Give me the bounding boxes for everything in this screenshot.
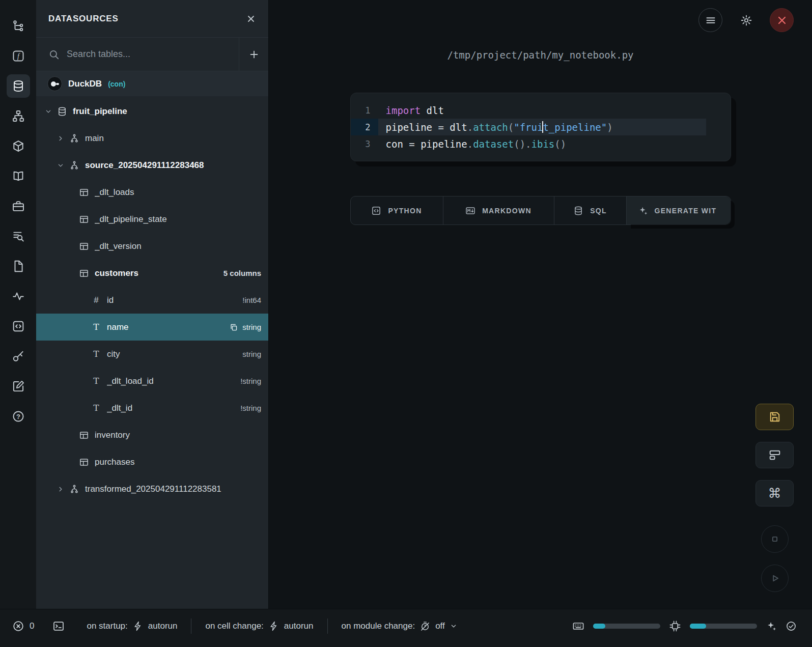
module-change-setting[interactable]: on module change:off xyxy=(328,621,471,632)
file-button[interactable] xyxy=(7,255,30,278)
tree-row-purchases[interactable]: purchases xyxy=(36,448,268,475)
help-button[interactable]: ? xyxy=(7,405,30,428)
datasources-panel: DATASOURCES DuckDB (con) fruit_pipelinem… xyxy=(36,0,269,609)
book-icon xyxy=(12,170,25,183)
tree-row-transformed_202504291112283581[interactable]: transformed_202504291112283581 xyxy=(36,475,268,502)
tree-row-_dlt_pipeline_state[interactable]: _dlt_pipeline_state xyxy=(36,206,268,233)
tree-row-fruit_pipeline[interactable]: fruit_pipeline xyxy=(36,98,268,125)
snippet-button[interactable] xyxy=(7,315,30,338)
chip-slider[interactable] xyxy=(690,624,757,629)
tree-row-_dlt_id[interactable]: T_dlt_id!string xyxy=(36,395,268,421)
scratchpad-button[interactable] xyxy=(7,375,30,398)
text-type-icon: T xyxy=(91,322,107,332)
code-cell[interactable]: 1import dlt2pipeline = dlt.attach("fruit… xyxy=(350,93,731,161)
tree-row-customers[interactable]: customers5 columns xyxy=(36,260,268,287)
tree-row-id[interactable]: #id!int64 xyxy=(36,287,268,314)
code-text[interactable]: con = pipeline.dataset().ibis() xyxy=(378,135,731,152)
cell-change-autorun-setting[interactable]: on cell change:autorun xyxy=(191,621,327,632)
table-icon xyxy=(79,268,95,278)
keyboard-slider[interactable] xyxy=(593,624,660,629)
datasources-tree: fruit_pipelinemainsource_202504291112283… xyxy=(36,96,268,609)
schema-icon xyxy=(69,484,85,494)
function-button[interactable]: f xyxy=(7,44,30,68)
code-icon xyxy=(371,206,381,216)
code-text[interactable]: pipeline = dlt.attach("fruit_pipeline") xyxy=(378,119,706,135)
key-button[interactable] xyxy=(7,345,30,368)
command-icon: ⌘ xyxy=(768,487,781,500)
error-indicator[interactable]: 0 xyxy=(12,620,34,632)
sparkle-icon xyxy=(638,206,648,216)
tree-label: transformed_202504291112283581 xyxy=(85,484,261,494)
book-button[interactable] xyxy=(7,164,30,188)
layout-toggle-button[interactable] xyxy=(755,442,794,468)
tree-row-_dlt_version[interactable]: _dlt_version xyxy=(36,233,268,260)
menu-icon xyxy=(705,14,717,26)
tree-row-inventory[interactable]: inventory xyxy=(36,421,268,448)
shutdown-button[interactable] xyxy=(770,8,794,32)
table-icon xyxy=(79,187,95,198)
add-sql-cell-button[interactable]: SQL xyxy=(554,196,627,224)
generate-with-ai-button[interactable]: GENERATE WIT xyxy=(627,196,731,224)
tree-label: customers xyxy=(95,268,223,278)
terminal-button[interactable] xyxy=(52,620,65,632)
chevron-right-icon xyxy=(57,485,69,493)
tree-row-city[interactable]: Tcitystring xyxy=(36,341,268,368)
line-number: 3 xyxy=(351,135,378,152)
database-button[interactable] xyxy=(7,74,30,98)
line-number: 1 xyxy=(351,102,378,119)
code-line: 1import dlt xyxy=(351,102,731,119)
code-text[interactable]: import dlt xyxy=(378,102,731,119)
search-input[interactable] xyxy=(67,49,239,60)
menu-button[interactable] xyxy=(698,8,722,32)
key-icon xyxy=(12,350,25,363)
add-python-cell-button[interactable]: PYTHON xyxy=(351,196,443,224)
tree-row-main[interactable]: main xyxy=(36,125,268,152)
log-search-button[interactable] xyxy=(7,224,30,248)
startup-autorun-setting[interactable]: on startup:autorun xyxy=(73,621,191,632)
chevron-right-icon xyxy=(57,134,69,143)
settings-button[interactable] xyxy=(734,8,758,32)
content-area: f? DATASOURCES DuckDB (con) fruit_pip xyxy=(0,0,812,609)
package-button[interactable] xyxy=(7,134,30,158)
status-label: on cell change: xyxy=(205,621,263,631)
bolt-icon xyxy=(132,621,144,632)
panel-title: DATASOURCES xyxy=(48,14,246,24)
toolbox-button[interactable] xyxy=(7,194,30,218)
ai-assistant-button[interactable] xyxy=(766,621,777,632)
tree-label: name xyxy=(107,322,229,332)
tree-row-_dlt_loads[interactable]: _dlt_loads xyxy=(36,179,268,206)
search-row xyxy=(36,38,268,71)
tree-label: source_202504291112283468 xyxy=(85,160,261,171)
header-actions xyxy=(698,8,794,32)
run-button[interactable] xyxy=(761,565,789,592)
slider-fill xyxy=(593,624,605,629)
panel-close-button[interactable] xyxy=(246,14,256,24)
text-type-icon: T xyxy=(91,349,107,359)
interrupt-button[interactable] xyxy=(761,525,789,553)
schema-icon xyxy=(69,133,85,144)
tree-row-name[interactable]: Tnamestring xyxy=(36,314,268,341)
save-button[interactable] xyxy=(755,404,794,430)
workflow-button[interactable] xyxy=(7,104,30,128)
add-markdown-cell-button[interactable]: MARKDOWN xyxy=(443,196,554,224)
error-count: 0 xyxy=(30,621,34,631)
tree-meta: 5 columns xyxy=(223,269,261,277)
duckdb-connection-row[interactable]: DuckDB (con) xyxy=(36,71,268,96)
add-datasource-button[interactable] xyxy=(239,38,268,71)
code-line: 3con = pipeline.dataset().ibis() xyxy=(351,135,731,152)
tree-row-_dlt_load_id[interactable]: T_dlt_load_id!string xyxy=(36,368,268,395)
tree-row-source_202504291112283468[interactable]: source_202504291112283468 xyxy=(36,152,268,179)
tree-meta: string xyxy=(242,350,261,358)
layout-icon xyxy=(768,448,781,462)
ready-status-icon[interactable] xyxy=(786,621,797,632)
tree-label: id xyxy=(107,295,242,305)
tree-structure-button[interactable] xyxy=(7,14,30,38)
tree-label: city xyxy=(107,349,242,359)
keyboard-shortcuts-button[interactable]: ⌘ xyxy=(755,480,794,507)
status-value: autorun xyxy=(284,621,314,631)
function-icon: f xyxy=(12,49,25,63)
activity-icon xyxy=(12,290,25,303)
status-label: on startup: xyxy=(87,621,127,631)
log-search-icon xyxy=(12,230,25,243)
activity-button[interactable] xyxy=(7,285,30,308)
